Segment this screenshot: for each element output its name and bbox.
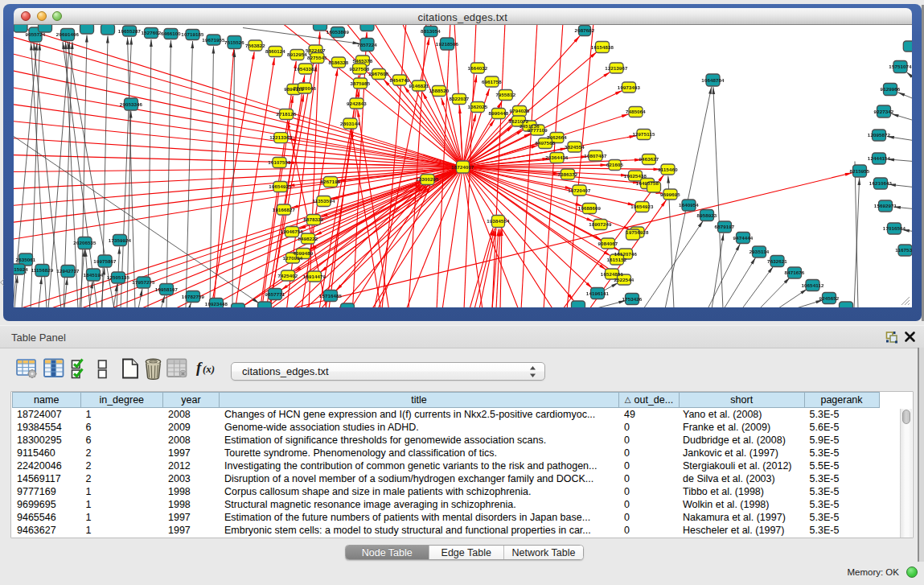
table-row[interactable]: 1830029562008Estimation of significance … xyxy=(12,435,880,447)
node-label: 2967608 xyxy=(369,71,389,76)
node-label: 8471676 xyxy=(785,270,805,275)
table-cell: 5.5E-5 xyxy=(805,460,880,473)
edge-arrowhead xyxy=(486,89,490,96)
table-selector-dropdown[interactable]: citations_edges.txt xyxy=(231,362,545,381)
node-label: 16495758 xyxy=(636,180,659,186)
vertical-scrollbar[interactable] xyxy=(900,409,912,538)
node-label: 1845194 xyxy=(84,271,104,277)
node-label: 10046756 xyxy=(281,229,304,234)
resize-grip-icon[interactable] xyxy=(900,295,910,306)
node-label: 10654112 xyxy=(802,282,824,287)
graph-node[interactable] xyxy=(80,25,94,34)
graph-edge xyxy=(724,257,756,307)
graph-node[interactable] xyxy=(840,302,853,307)
graph-node[interactable] xyxy=(101,25,115,35)
graph-node[interactable] xyxy=(341,303,355,307)
node-label: 10973493 xyxy=(618,84,641,89)
table-panel: Table Panel xyxy=(0,321,924,585)
edge-arrowhead xyxy=(426,37,429,44)
node-label: 8878332 xyxy=(304,216,324,222)
node-label: 7857224 xyxy=(357,41,377,47)
table-gear-icon[interactable] xyxy=(16,358,38,379)
node-label: 19166827 xyxy=(273,206,296,212)
edge-arrowhead xyxy=(698,220,704,228)
sort-ascending-icon: △ xyxy=(625,395,631,404)
node-label: 3824554 xyxy=(565,143,585,149)
graph-node[interactable] xyxy=(572,301,585,307)
edge-arrowhead xyxy=(441,97,445,105)
float-panel-icon[interactable] xyxy=(885,331,898,344)
table-row[interactable]: 946362711997Embryonic stem cells: a mode… xyxy=(12,525,880,538)
table-row[interactable]: 911546021997Tourette syndrome. Phenomeno… xyxy=(12,447,880,460)
graph-node[interactable] xyxy=(360,25,374,31)
table-panel-header: Table Panel xyxy=(0,325,924,348)
fx-icon[interactable]: f (x) xyxy=(195,358,220,377)
edge-arrowhead xyxy=(84,249,88,257)
column-header-out_de[interactable]: △out_de... xyxy=(619,392,680,408)
node-label: 2803144 xyxy=(340,120,360,126)
column-header-title[interactable]: title xyxy=(220,392,619,408)
table-cell: Yano et al. (2008) xyxy=(680,409,805,422)
graph-node[interactable] xyxy=(903,41,911,51)
graph-node[interactable] xyxy=(314,25,327,31)
tab-network-table[interactable]: Network Table xyxy=(503,546,583,559)
table-cell: 1998 xyxy=(163,486,220,499)
table-panel-title: Table Panel xyxy=(11,332,66,344)
table-cell: de Silva et al. (2003) xyxy=(680,473,805,486)
node-label: 20364436 xyxy=(545,154,569,160)
table-column-icon[interactable] xyxy=(43,358,64,378)
node-label: 12444154 xyxy=(868,155,891,161)
column-header-in_degree[interactable]: in_degree xyxy=(81,392,164,408)
table-row[interactable]: 2242004622012Investigating the contribut… xyxy=(12,460,880,473)
node-label: 19654923 xyxy=(630,204,654,209)
table-cell: 2008 xyxy=(163,435,220,447)
table-cell: 0 xyxy=(619,447,680,460)
table-row[interactable]: 969969511998Structural magnetic resonanc… xyxy=(12,499,880,512)
new-file-icon[interactable] xyxy=(121,358,139,379)
checkboxes-icon[interactable] xyxy=(71,358,88,379)
trash-icon[interactable] xyxy=(144,358,162,380)
window-titlebar[interactable]: citations_edges.txt xyxy=(14,8,912,25)
memory-status-indicator[interactable] xyxy=(906,566,918,578)
node-label: 7955812 xyxy=(495,92,515,97)
desktop-artifact xyxy=(0,279,4,286)
table-row[interactable]: 1938455462009Genome-wide association stu… xyxy=(12,422,880,435)
table-cell: 0 xyxy=(619,435,680,447)
table-cell: 1997 xyxy=(163,525,220,538)
graph-node[interactable] xyxy=(232,303,245,307)
tab-node-table[interactable]: Node Table xyxy=(346,546,429,559)
table-row[interactable]: 946554611997Estimation of the future num… xyxy=(12,512,880,525)
network-canvas[interactable]: 9055724206914061065528715276026466100107… xyxy=(14,25,912,307)
citation-network-graph: 9055724206914061065528715276026466100107… xyxy=(14,25,912,307)
table-cell: 1 xyxy=(81,525,164,538)
node-label: 19218506 xyxy=(436,40,459,46)
table-delete-icon[interactable] xyxy=(166,358,187,378)
node-label: 10025438 xyxy=(624,172,647,178)
graph-edge xyxy=(463,167,593,288)
node-label: 8912954 xyxy=(287,51,307,57)
table-row[interactable]: 1456911722003Disruption of a novel membe… xyxy=(12,473,880,486)
column-header-name[interactable]: name xyxy=(12,392,81,408)
node-label: 20206535 xyxy=(73,240,97,245)
column-header-short[interactable]: short xyxy=(680,392,805,408)
column-header-year[interactable]: year xyxy=(163,392,220,408)
close-panel-icon[interactable] xyxy=(904,331,916,343)
table-cell: 0 xyxy=(619,499,680,512)
node-label: 1167533 xyxy=(895,247,911,253)
column-header-pagerank[interactable]: pagerank xyxy=(805,392,880,408)
table-cell: Changes of HCN gene expression and I(f) … xyxy=(220,409,619,422)
node-label: 15751074 xyxy=(889,64,911,69)
node-label: 16154838 xyxy=(591,43,614,49)
scrollbar-thumb[interactable] xyxy=(902,410,910,424)
graph-node[interactable] xyxy=(258,302,272,307)
node-label: 12942737 xyxy=(56,268,80,274)
tab-edge-table[interactable]: Edge Table xyxy=(429,546,504,559)
table-selector-value: citations_edges.txt xyxy=(242,365,329,377)
table-row[interactable]: 1872400712008Changes of HCN gene express… xyxy=(12,409,880,422)
node-label: 2935114 xyxy=(749,249,770,254)
graph-edge xyxy=(496,229,500,307)
node-label: 10782759 xyxy=(182,293,205,299)
table-cell: 1 xyxy=(81,499,164,512)
rows-icon[interactable] xyxy=(97,358,108,379)
table-row[interactable]: 977716911998Corpus callosum shape and si… xyxy=(12,486,880,499)
